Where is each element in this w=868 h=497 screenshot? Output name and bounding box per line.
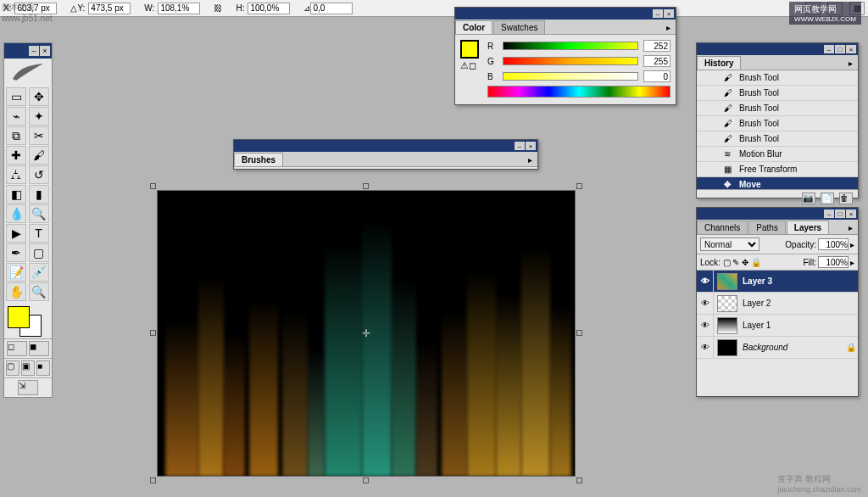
color-spectrum[interactable] xyxy=(487,86,670,98)
transform-handle-tl[interactable] xyxy=(150,183,156,189)
b-input[interactable] xyxy=(643,70,670,82)
g-input[interactable] xyxy=(643,55,670,67)
eyedropper-tool[interactable]: 💉 xyxy=(29,263,49,282)
move-tool[interactable]: ✥ xyxy=(29,87,49,106)
layer-thumbnail[interactable] xyxy=(717,339,737,356)
r-input[interactable] xyxy=(643,40,670,52)
r-slider[interactable] xyxy=(503,42,638,50)
shape-tool[interactable]: ▢ xyxy=(29,243,49,262)
palette-well-button[interactable]: ▦ xyxy=(849,2,865,15)
layer-thumbnail[interactable] xyxy=(717,317,737,334)
minimize-icon[interactable]: – xyxy=(29,46,39,56)
hand-tool[interactable]: ✋ xyxy=(6,282,26,301)
new-snapshot-button[interactable]: 📷 xyxy=(802,193,815,204)
transform-handle-br[interactable] xyxy=(576,477,582,483)
h-input[interactable] xyxy=(248,3,290,14)
link-icon[interactable]: ⛓ xyxy=(214,3,222,13)
transform-handle-ml[interactable] xyxy=(150,330,156,336)
brush-tool[interactable]: 🖌 xyxy=(29,146,49,165)
screen-mode-1[interactable]: ▢ xyxy=(6,360,19,376)
tab-layers[interactable]: Layers xyxy=(787,221,829,234)
history-item[interactable]: ✥Move xyxy=(697,177,858,189)
panel-menu-icon[interactable]: ▸ xyxy=(843,57,858,70)
history-item[interactable]: 🖌Brush Tool xyxy=(697,116,858,131)
transform-handle-tm[interactable] xyxy=(363,183,369,189)
history-item[interactable]: 🖌Brush Tool xyxy=(697,70,858,86)
marquee-tool[interactable]: ▭ xyxy=(6,87,26,106)
panel-menu-icon[interactable]: ▸ xyxy=(523,154,537,166)
close-icon[interactable]: × xyxy=(664,9,674,18)
tab-brushes[interactable]: Brushes xyxy=(234,153,283,166)
minimize-icon[interactable]: – xyxy=(653,9,663,18)
visibility-toggle[interactable]: 👁 xyxy=(697,271,714,292)
tab-history[interactable]: History xyxy=(697,56,741,70)
standard-mode-button[interactable]: ◻ xyxy=(7,341,27,356)
pen-tool[interactable]: ✒ xyxy=(6,243,26,262)
jump-to-button[interactable]: ⇲ xyxy=(18,380,38,395)
close-icon[interactable]: × xyxy=(846,45,856,53)
history-item[interactable]: 🖌Brush Tool xyxy=(697,131,858,147)
quickmask-mode-button[interactable]: ◼ xyxy=(29,341,49,356)
tab-swatches[interactable]: Swatches xyxy=(493,20,545,34)
maximize-icon[interactable]: □ xyxy=(835,209,845,218)
minimize-icon[interactable]: – xyxy=(515,142,525,150)
history-item[interactable]: ▦Free Transform xyxy=(697,162,858,177)
g-slider[interactable] xyxy=(503,57,638,65)
history-item[interactable]: ≋Motion Blur xyxy=(697,147,858,162)
b-slider[interactable] xyxy=(503,72,638,81)
dodge-tool[interactable]: 🔍 xyxy=(29,204,49,223)
history-brush-tool[interactable]: ↺ xyxy=(29,165,49,184)
wand-tool[interactable]: ✦ xyxy=(29,107,49,126)
visibility-toggle[interactable]: 👁 xyxy=(697,337,714,358)
minimize-icon[interactable]: – xyxy=(824,45,834,53)
stamp-tool[interactable]: ⛼ xyxy=(6,165,26,184)
panel-menu-icon[interactable]: ▸ xyxy=(661,21,676,34)
visibility-toggle[interactable]: 👁 xyxy=(697,315,714,336)
transform-handle-bl[interactable] xyxy=(150,477,156,483)
blend-mode-select[interactable]: Normal xyxy=(700,237,760,251)
zoom-tool[interactable]: 🔍 xyxy=(29,282,49,301)
notes-tool[interactable]: 📝 xyxy=(6,263,26,282)
minimize-icon[interactable]: – xyxy=(824,209,834,218)
layer-item[interactable]: 👁Background🔒 xyxy=(697,337,858,359)
blur-tool[interactable]: 💧 xyxy=(6,204,26,223)
transform-handle-tr[interactable] xyxy=(576,183,582,189)
gradient-tool[interactable]: ▮ xyxy=(29,185,49,204)
layer-item[interactable]: 👁Layer 2 xyxy=(697,293,858,315)
y-input[interactable] xyxy=(88,3,131,14)
commit-transform-button[interactable]: ✓ xyxy=(827,2,843,15)
layer-thumbnail[interactable] xyxy=(717,295,737,312)
history-item[interactable]: 🖌Brush Tool xyxy=(697,101,858,116)
panel-menu-icon[interactable]: ▸ xyxy=(843,221,858,234)
close-icon[interactable]: × xyxy=(526,142,536,150)
close-icon[interactable]: × xyxy=(846,209,856,218)
crop-tool[interactable]: ⧉ xyxy=(6,126,26,145)
tab-paths[interactable]: Paths xyxy=(748,221,786,234)
cancel-transform-button[interactable]: ⊘ xyxy=(805,2,821,15)
history-item[interactable]: 🖌Brush Tool xyxy=(697,86,858,101)
tab-channels[interactable]: Channels xyxy=(697,221,748,234)
document-canvas[interactable]: ✛ xyxy=(157,190,576,477)
transform-handle-mr[interactable] xyxy=(576,330,582,336)
path-select-tool[interactable]: ▶ xyxy=(6,224,26,243)
foreground-swatch[interactable] xyxy=(8,306,30,328)
heal-tool[interactable]: ✚ xyxy=(6,146,26,165)
opacity-input[interactable] xyxy=(818,238,849,250)
color-fg-swatch[interactable] xyxy=(460,40,479,59)
layer-thumbnail[interactable] xyxy=(717,273,737,290)
delete-state-button[interactable]: 🗑 xyxy=(839,193,853,204)
transform-center-icon[interactable]: ✛ xyxy=(362,327,370,339)
lasso-tool[interactable]: ⌁ xyxy=(6,107,26,126)
eraser-tool[interactable]: ◧ xyxy=(6,185,26,204)
tab-color[interactable]: Color xyxy=(455,20,492,34)
type-tool[interactable]: T xyxy=(29,224,49,243)
new-document-button[interactable]: 📄 xyxy=(821,193,834,204)
x-input[interactable] xyxy=(14,3,57,14)
screen-mode-3[interactable]: ■ xyxy=(36,360,50,376)
slice-tool[interactable]: ✂ xyxy=(29,126,49,145)
w-input[interactable] xyxy=(158,3,200,14)
maximize-icon[interactable]: □ xyxy=(835,45,845,53)
layer-item[interactable]: 👁Layer 3 xyxy=(697,271,858,293)
close-icon[interactable]: × xyxy=(40,46,50,56)
fill-input[interactable] xyxy=(818,256,849,268)
